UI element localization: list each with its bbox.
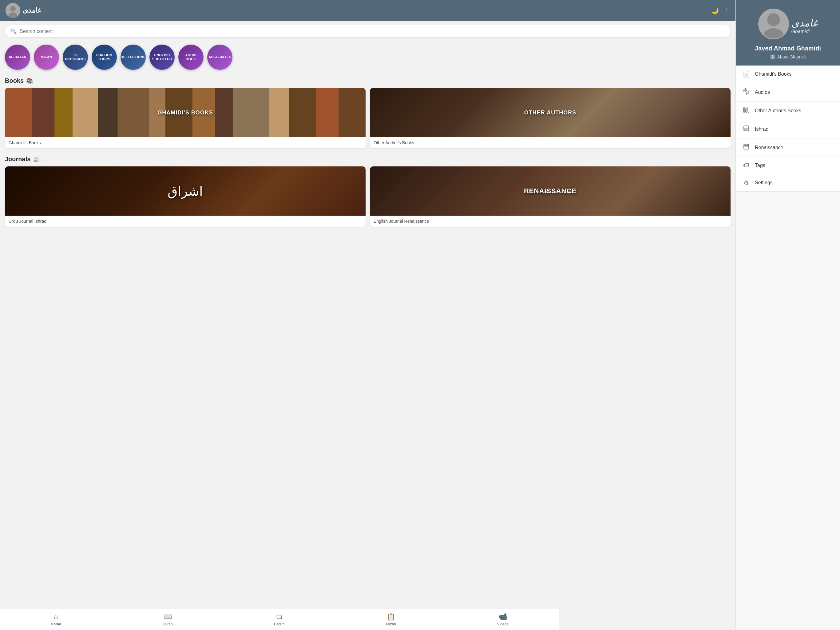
renaissance-card[interactable]: Renaissance A Monthly Islamic Journal Pa… bbox=[370, 166, 731, 227]
nav-hadith[interactable]: 🗂 Hadith bbox=[224, 611, 335, 628]
category-label-al-bayan: AL-BAYAN bbox=[9, 55, 27, 59]
journals-grid: اشراق Urdu Journal Ishraq Renaissance A … bbox=[5, 166, 731, 227]
right-panel: غامدی Ghamidi Javed Ahmad Ghamidi ℹ️ Abo… bbox=[736, 0, 840, 630]
profile-name: Javed Ahmad Ghamidi bbox=[755, 45, 821, 52]
category-circle-mizan: MIZAN bbox=[34, 44, 59, 70]
category-label-associates: ASSOCIATES bbox=[208, 55, 231, 59]
nav-quran[interactable]: 📖 Quran bbox=[112, 611, 223, 628]
sidebar-item-ishraq[interactable]: Ishraq bbox=[736, 120, 840, 138]
nav-mizan[interactable]: 📋 Mizan bbox=[335, 611, 447, 628]
sidebar-item-audios[interactable]: Audios bbox=[736, 83, 840, 101]
category-circle-foreign: FOREIGN TOURS bbox=[92, 44, 117, 70]
sidebar-label-ishraq: Ishraq bbox=[755, 127, 768, 132]
search-bar[interactable]: 🔍 bbox=[5, 25, 731, 37]
sidebar-item-tags[interactable]: 🏷 Tags bbox=[736, 157, 840, 174]
sidebar-item-other-authors-books[interactable]: Other Author's Books bbox=[736, 101, 840, 120]
ghamidis-books-card[interactable]: GHAMIDI'S BOOKS Ghamidi's Books bbox=[5, 88, 366, 148]
nav-videos[interactable]: 📹 Videos bbox=[447, 611, 558, 628]
renaissance-caption: English Journal Renaissance bbox=[370, 216, 731, 227]
category-label-tv: TV PROGRAMS bbox=[65, 53, 85, 61]
tags-icon: 🏷 bbox=[742, 162, 750, 169]
renaissance-overlay: Renaissance A Monthly Islamic Journal Pa… bbox=[370, 166, 731, 216]
logo-title: غامدی bbox=[23, 6, 41, 14]
journals-section-icon: 📰 bbox=[33, 156, 39, 163]
sidebar-menu: 📄 Ghamidi's Books Audios bbox=[736, 65, 840, 630]
other-authors-label: OTHER AUTHORS bbox=[524, 109, 576, 116]
category-mizan[interactable]: MIZAN bbox=[34, 44, 59, 70]
category-label-reflections: REFLECTIONS bbox=[121, 55, 146, 59]
books-grid: GHAMIDI'S BOOKS Ghamidi's Books OTHER AU… bbox=[5, 88, 731, 148]
info-icon: ℹ️ bbox=[770, 54, 775, 59]
header-actions: 🌙 ⋮ bbox=[711, 7, 730, 14]
ishraq-overlay: اشراق bbox=[5, 166, 366, 216]
sidebar-item-settings[interactable]: ⚙ Settings bbox=[736, 174, 840, 192]
renaissance-label: Renaissance bbox=[524, 187, 576, 195]
svg-rect-8 bbox=[745, 109, 747, 112]
profile-about-label: About Ghamidi bbox=[777, 54, 806, 59]
document-icon: 📄 bbox=[742, 70, 750, 78]
other-authors-card[interactable]: OTHER AUTHORS Other Author's Books bbox=[370, 88, 731, 148]
journals-title-text: Journals bbox=[5, 156, 30, 163]
books-section-icon: 📚 bbox=[26, 78, 33, 84]
category-label-mizan: MIZAN bbox=[41, 55, 52, 59]
category-label-foreign: FOREIGN TOURS bbox=[94, 53, 114, 61]
category-circle-associates: ASSOCIATES bbox=[207, 44, 232, 70]
sidebar-label-settings: Settings bbox=[755, 180, 773, 185]
settings-icon: ⚙ bbox=[742, 179, 750, 187]
svg-rect-7 bbox=[744, 108, 745, 112]
ishraq-image: اشراق bbox=[5, 166, 366, 216]
category-label-english: ENGLISH SUBTITLED bbox=[152, 53, 172, 61]
sidebar-label-renaissance: Renaissance bbox=[755, 145, 783, 150]
category-reflections[interactable]: REFLECTIONS bbox=[120, 44, 146, 70]
header-logo[interactable]: غامدی bbox=[6, 3, 41, 18]
profile-logo-area: غامدی Ghamidi bbox=[758, 9, 818, 43]
profile-section: غامدی Ghamidi Javed Ahmad Ghamidi ℹ️ Abo… bbox=[736, 0, 840, 65]
books-title-text: Books bbox=[5, 77, 24, 84]
categories-row: AL-BAYAN MIZAN TV PROGRAMS FOREIGN TOURS bbox=[0, 41, 736, 74]
nav-quran-label: Quran bbox=[163, 622, 172, 626]
sidebar-label-tags: Tags bbox=[755, 163, 765, 168]
svg-point-4 bbox=[767, 13, 780, 26]
ghamidis-books-image: GHAMIDI'S BOOKS bbox=[5, 88, 366, 137]
ishraq-caption: Urdu Journal Ishraq bbox=[5, 216, 366, 227]
category-al-bayan[interactable]: AL-BAYAN bbox=[5, 44, 30, 70]
category-circle-tv: TV PROGRAMS bbox=[63, 44, 88, 70]
category-circle-al-bayan: AL-BAYAN bbox=[5, 44, 30, 70]
other-authors-image: OTHER AUTHORS bbox=[370, 88, 731, 137]
sidebar-item-ghamidis-books[interactable]: 📄 Ghamidi's Books bbox=[736, 65, 840, 83]
nav-videos-label: Videos bbox=[497, 622, 508, 626]
profile-about[interactable]: ℹ️ About Ghamidi bbox=[770, 54, 806, 59]
category-english-subtitled[interactable]: ENGLISH SUBTITLED bbox=[149, 44, 175, 70]
nav-home[interactable]: ⌂ Home bbox=[0, 611, 112, 628]
app-header: غامدی 🌙 ⋮ bbox=[0, 0, 736, 21]
ghamidis-books-label: GHAMIDI'S BOOKS bbox=[158, 109, 213, 116]
category-audio-book[interactable]: AUDIO BOOK bbox=[178, 44, 204, 70]
nav-mizan-label: Mizan bbox=[386, 622, 396, 626]
category-circle-reflections: REFLECTIONS bbox=[120, 44, 146, 70]
videos-icon: 📹 bbox=[499, 613, 507, 621]
profile-avatar bbox=[758, 9, 789, 40]
category-circle-english: ENGLISH SUBTITLED bbox=[149, 44, 175, 70]
logo-image bbox=[6, 3, 20, 18]
category-associates[interactable]: ASSOCIATES bbox=[207, 44, 232, 70]
left-panel: غامدی 🌙 ⋮ 🔍 AL-BAYAN MIZAN bbox=[0, 0, 736, 630]
nav-hadith-label: Hadith bbox=[274, 622, 285, 626]
audio-icon bbox=[742, 88, 750, 96]
dark-mode-icon[interactable]: 🌙 bbox=[711, 7, 719, 14]
journals-section-title: Journals 📰 bbox=[5, 156, 731, 163]
category-circle-audio: AUDIO BOOK bbox=[178, 44, 204, 70]
books-chart-icon bbox=[742, 106, 750, 115]
more-options-icon[interactable]: ⋮ bbox=[724, 7, 730, 14]
renaissance-image: Renaissance A Monthly Islamic Journal Pa… bbox=[370, 166, 731, 216]
books-section-title: Books 📚 bbox=[5, 77, 731, 84]
nav-home-label: Home bbox=[51, 622, 61, 626]
mizan-icon: 📋 bbox=[387, 613, 395, 621]
category-foreign-tours[interactable]: FOREIGN TOURS bbox=[92, 44, 117, 70]
category-label-audio: AUDIO BOOK bbox=[181, 53, 201, 61]
ishraq-card[interactable]: اشراق Urdu Journal Ishraq bbox=[5, 166, 366, 227]
sidebar-item-renaissance[interactable]: Renaissance bbox=[736, 138, 840, 157]
ishraq-label: اشراق bbox=[167, 184, 203, 199]
bottom-nav: ⌂ Home 📖 Quran 🗂 Hadith 📋 Mizan 📹 Videos bbox=[0, 609, 559, 630]
category-tv-programs[interactable]: TV PROGRAMS bbox=[63, 44, 88, 70]
search-input[interactable] bbox=[20, 28, 725, 34]
